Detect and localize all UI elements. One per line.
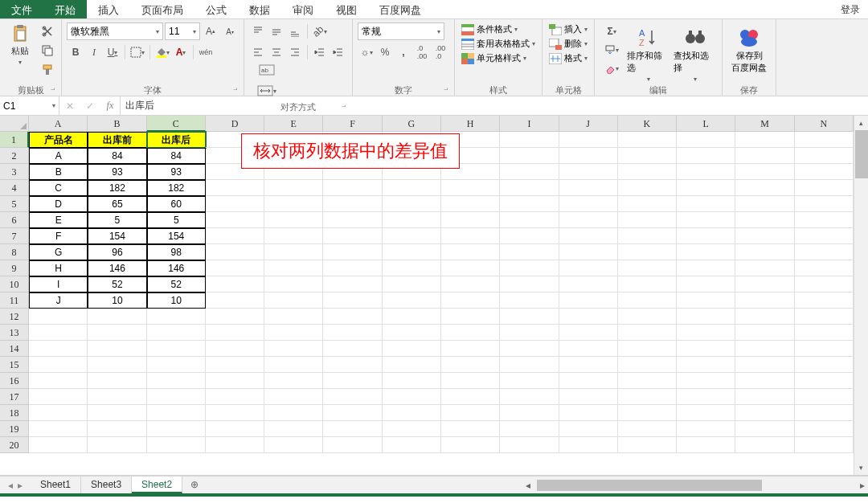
cell-N17[interactable] [795,389,854,405]
conditional-format-button[interactable]: 条件格式▾ [460,22,537,36]
row-header-17[interactable]: 17 [0,389,29,405]
save-netdisk-button[interactable]: 保存到 百度网盘 [727,22,771,74]
cell-C8[interactable]: 98 [147,244,206,260]
cell-M12[interactable] [735,309,794,325]
cell-F10[interactable] [323,276,382,292]
autosum-button[interactable]: Σ▾ [600,22,624,40]
cell-N11[interactable] [795,292,854,309]
cell-L7[interactable] [677,228,735,244]
italic-button[interactable]: I [85,43,103,61]
cell-I13[interactable] [500,325,559,341]
cell-N18[interactable] [795,405,854,421]
cell-B2[interactable]: 84 [88,148,146,164]
row-header-7[interactable]: 7 [0,228,29,244]
row-header-6[interactable]: 6 [0,212,29,228]
scroll-thumb[interactable] [855,130,868,178]
scroll-up-button[interactable]: ▴ [854,116,868,130]
cell-F13[interactable] [323,325,382,341]
row-header-18[interactable]: 18 [0,405,29,421]
cell-K1[interactable] [618,132,677,148]
cell-F5[interactable] [323,196,382,212]
format-cells-button[interactable]: 格式▾ [547,51,589,65]
cell-G11[interactable] [383,292,441,309]
cell-D8[interactable] [206,244,264,260]
cell-D11[interactable] [206,292,264,309]
cell-L17[interactable] [677,389,735,405]
comma-button[interactable]: , [395,43,412,61]
login-link[interactable]: 登录 [833,0,868,18]
cell-I19[interactable] [500,421,559,437]
cell-N9[interactable] [795,260,854,276]
cell-E9[interactable] [264,260,323,276]
cell-J7[interactable] [559,228,618,244]
cell-G16[interactable] [383,373,441,389]
cell-H15[interactable] [441,357,500,373]
cell-N12[interactable] [795,309,854,325]
cell-L13[interactable] [677,325,735,341]
nav-prev-icon[interactable]: ◂ [8,480,13,491]
cell-B10[interactable]: 52 [88,276,146,292]
cell-K8[interactable] [618,244,677,260]
cell-K4[interactable] [618,180,677,196]
cell-J3[interactable] [559,164,618,180]
cell-F15[interactable] [323,357,382,373]
cell-K6[interactable] [618,212,677,228]
col-header-K[interactable]: K [618,116,677,132]
cell-G13[interactable] [383,325,441,341]
cell-E16[interactable] [264,373,323,389]
vertical-scrollbar[interactable]: ▴ ▾ [854,116,868,475]
cell-D17[interactable] [206,389,264,405]
cell-A3[interactable]: B [29,164,88,180]
col-header-C[interactable]: C [147,116,206,132]
number-format-combo[interactable]: 常规▾ [358,22,444,40]
tab-insert[interactable]: 插入 [87,0,130,18]
cell-B5[interactable]: 65 [88,196,146,212]
cell-B9[interactable]: 146 [88,260,146,276]
cell-N2[interactable] [795,148,854,164]
cell-H12[interactable] [441,309,500,325]
cell-C1[interactable]: 出库后 [147,132,206,148]
row-header-11[interactable]: 11 [0,292,29,309]
cell-G4[interactable] [383,180,441,196]
cell-D9[interactable] [206,260,264,276]
cell-E8[interactable] [264,244,323,260]
cell-K18[interactable] [618,405,677,421]
align-center-button[interactable] [268,43,285,61]
cell-J14[interactable] [559,341,618,357]
increase-font-button[interactable]: A▴ [202,22,219,40]
cell-K20[interactable] [618,437,677,453]
align-left-button[interactable] [249,43,267,61]
cell-E15[interactable] [264,357,323,373]
cell-D5[interactable] [206,196,264,212]
hscroll-left-icon[interactable]: ◂ [522,480,534,491]
cell-M13[interactable] [735,325,794,341]
cell-C20[interactable] [147,437,206,453]
col-header-I[interactable]: I [500,116,559,132]
cell-A12[interactable] [29,309,88,325]
cell-A11[interactable]: J [29,292,88,309]
cell-B17[interactable] [88,389,146,405]
cell-C15[interactable] [147,357,206,373]
cell-A18[interactable] [29,405,88,421]
cell-I3[interactable] [500,164,559,180]
fx-button[interactable]: fx [107,100,114,112]
cell-J20[interactable] [559,437,618,453]
row-header-3[interactable]: 3 [0,164,29,180]
cell-B1[interactable]: 出库前 [88,132,146,148]
decrease-font-button[interactable]: A▾ [221,22,239,40]
cell-M17[interactable] [735,389,794,405]
cell-N10[interactable] [795,276,854,292]
cell-C12[interactable] [147,309,206,325]
row-header-1[interactable]: 1 [0,132,29,148]
cell-N8[interactable] [795,244,854,260]
cell-B7[interactable]: 154 [88,228,146,244]
cell-M18[interactable] [735,405,794,421]
cell-B3[interactable]: 93 [88,164,146,180]
tab-data[interactable]: 数据 [238,0,281,18]
cell-I14[interactable] [500,341,559,357]
cut-button[interactable] [39,22,56,40]
col-header-M[interactable]: M [735,116,794,132]
cell-E4[interactable] [264,180,323,196]
cell-K5[interactable] [618,196,677,212]
cell-E13[interactable] [264,325,323,341]
